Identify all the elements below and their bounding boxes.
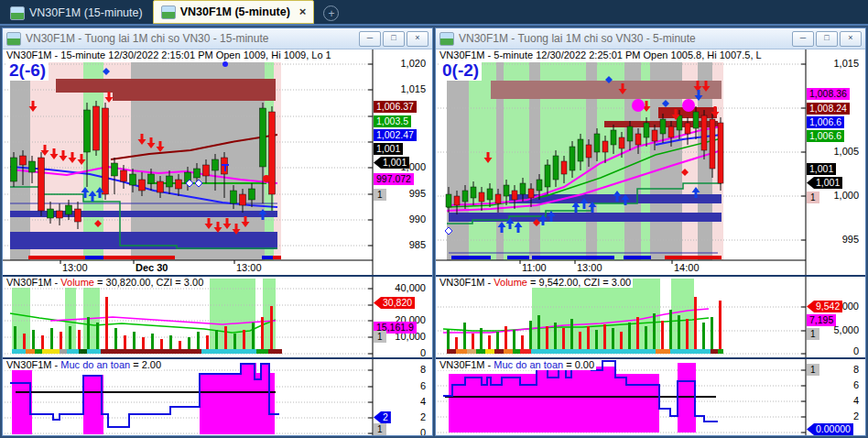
x-axis-label: 13:00 — [62, 262, 88, 273]
price-chart-canvas[interactable] — [3, 49, 432, 275]
y-axis-label: 0 — [806, 345, 859, 357]
app-window: VN30F1M (15-minute)VN30F1M (5-minute)×+ … — [0, 0, 868, 438]
document-tabbar: VN30F1M (15-minute)VN30F1M (5-minute)×+ — [0, 0, 868, 26]
y-axis-label: 6 — [373, 380, 426, 392]
axis-price-tag: 9,542 — [807, 301, 842, 312]
volume-chart-canvas[interactable] — [436, 277, 865, 357]
tab-label: VN30F1M (5-minute) — [180, 5, 290, 18]
header-text: VN30F1M - 5-minute 12/30/2022 2:25:01 PM… — [439, 49, 762, 60]
header-text: Muc do an toan — [60, 359, 130, 370]
axis-price-tag: 1,006.6 — [807, 130, 844, 142]
tab-vn30f1m-5-minute[interactable]: VN30F1M (5-minute)× — [153, 0, 315, 24]
axis-price-tag: 997.072 — [374, 173, 414, 185]
volume-chart-canvas[interactable] — [3, 277, 432, 357]
x-axis-label: 14:00 — [674, 262, 700, 273]
y-axis-label: 0 — [373, 347, 426, 357]
axis-price-tag: 1,003.5 — [374, 115, 411, 127]
header-text: = 30,820.00, CZI = 3.00 — [94, 277, 203, 288]
indicator-header: VN30F1M - Muc do an toan = 0.00 — [438, 359, 596, 370]
x-axis-label: 13:00 — [577, 262, 602, 273]
axis-price-tag: 1,006.6 — [807, 116, 844, 128]
minimize-button[interactable]: ─ — [792, 31, 814, 47]
chart-tab-icon — [161, 5, 176, 19]
chart-window-15m: VN30F1M - Tuong lai 1M chi so VN30 - 15-… — [2, 27, 433, 436]
y-axis-label: 1,015 — [806, 58, 859, 70]
price-pane: 13:00Dec 3013:001,0201,0151,000995990985… — [3, 49, 432, 275]
axis-price-tag: 1,001 — [374, 157, 409, 169]
dot-marker — [222, 61, 228, 67]
close-button[interactable]: × — [407, 31, 429, 47]
header-text: VN30F1M - 15-minute 12/30/2022 2:15:01 P… — [6, 49, 331, 60]
chart-window-5m: VN30F1M - Tuong lai 1M chi so VN30 - 5-m… — [435, 27, 866, 436]
indicator-chart-canvas[interactable] — [3, 359, 432, 435]
tab-vn30f1m-15-minute[interactable]: VN30F1M (15-minute) — [3, 2, 150, 24]
window-buttons: ─□× — [359, 31, 429, 47]
axis-price-tag: 1,001 — [807, 177, 842, 189]
price-header: VN30F1M - 15-minute 12/30/2022 2:15:01 P… — [5, 49, 333, 60]
signal-annotation: 0(-2) — [439, 60, 482, 81]
header-text: VN30F1M - — [6, 277, 60, 288]
axis-price-tag: 1 — [807, 328, 819, 340]
chart-content: 11:0013:0014:001,0151,0051,0009951,008.3… — [436, 49, 865, 435]
indicator-chart-canvas[interactable] — [436, 359, 865, 435]
y-axis-label: 985 — [373, 239, 426, 251]
axis-price-tag: 1 — [374, 331, 386, 343]
y-axis-label: 1,015 — [373, 83, 426, 95]
close-button[interactable]: × — [840, 31, 862, 47]
y-axis-label: 1,020 — [373, 58, 426, 70]
dot-marker — [263, 175, 270, 182]
indicator-pane: 8642021VN30F1M - Muc do an toan = 2.00 — [3, 357, 432, 435]
chart-tab-icon — [10, 6, 25, 20]
axis-price-tag: 1 — [807, 192, 819, 203]
header-text: Volume — [494, 277, 527, 288]
restore-button[interactable]: □ — [816, 31, 838, 47]
tab-overflow-icon[interactable]: + — [323, 5, 339, 21]
window-titlebar[interactable]: VN30F1M - Tuong lai 1M chi so VN30 - 5-m… — [436, 28, 865, 49]
x-axis-label: 13:00 — [236, 262, 262, 273]
chart-window-icon — [439, 32, 454, 46]
y-axis-label: 40,000 — [373, 282, 426, 294]
window-titlebar[interactable]: VN30F1M - Tuong lai 1M chi so VN30 - 15-… — [3, 28, 432, 49]
dot-marker — [632, 99, 645, 112]
header-text: Volume — [60, 277, 94, 288]
indicator-header: VN30F1M - Muc do an toan = 2.00 — [5, 359, 163, 370]
chart-window-icon — [6, 32, 21, 46]
axis-price-tag: 1,001 — [374, 143, 403, 155]
tab-label: VN30F1M (15-minute) — [29, 6, 143, 19]
signal-annotation: 2(-6) — [6, 60, 49, 81]
y-axis-label: 2 — [806, 411, 859, 422]
header-text: = 9,542.00, CZI = 3.00 — [527, 277, 631, 288]
header-text: VN30F1M - — [439, 277, 494, 288]
tab-close-icon[interactable]: × — [299, 6, 307, 17]
window-buttons: ─□× — [792, 31, 862, 47]
axis-price-tag: 0.00000 — [807, 423, 853, 435]
y-axis-label: 990 — [373, 214, 426, 225]
header-text: = 0.00 — [563, 359, 594, 370]
axis-price-tag: 1,002.47 — [374, 129, 417, 141]
axis-price-tag: 1,006.37 — [374, 101, 417, 113]
x-axis-label: 11:00 — [522, 262, 547, 273]
price-header: VN30F1M - 5-minute 12/30/2022 2:25:01 PM… — [438, 49, 764, 60]
window-title: VN30F1M - Tuong lai 1M chi so VN30 - 15-… — [26, 32, 354, 45]
dot-marker — [682, 99, 695, 112]
axis-price-tag: 30,820 — [374, 297, 415, 309]
window-title: VN30F1M - Tuong lai 1M chi so VN30 - 5-m… — [459, 32, 787, 45]
price-chart-canvas[interactable] — [436, 49, 865, 275]
axis-price-tag: 1,008.24 — [807, 103, 850, 115]
y-axis-label: 6 — [806, 379, 859, 391]
y-axis-label: 995 — [806, 234, 859, 246]
x-axis-label: Dec 30 — [136, 262, 168, 273]
volume-header: VN30F1M - Volume = 9,542.00, CZI = 3.00 — [438, 277, 633, 288]
axis-price-tag: 1,008.36 — [807, 88, 850, 100]
axis-price-tag: 1 — [374, 189, 386, 201]
volume-pane: 40,00020,00010,000030,82015,161.91VN30F1… — [3, 275, 432, 357]
y-axis-label: 4 — [373, 396, 426, 408]
chart-content: 13:00Dec 3013:001,0201,0151,000995990985… — [3, 49, 432, 435]
header-text: Muc do an toan — [494, 359, 563, 370]
y-axis-label: 1,005 — [806, 146, 859, 158]
y-axis-label: 8 — [373, 364, 426, 376]
header-text: VN30F1M - — [439, 359, 494, 370]
minimize-button[interactable]: ─ — [359, 31, 381, 47]
restore-button[interactable]: □ — [383, 31, 405, 47]
axis-price-tag: 1,001 — [807, 163, 836, 175]
